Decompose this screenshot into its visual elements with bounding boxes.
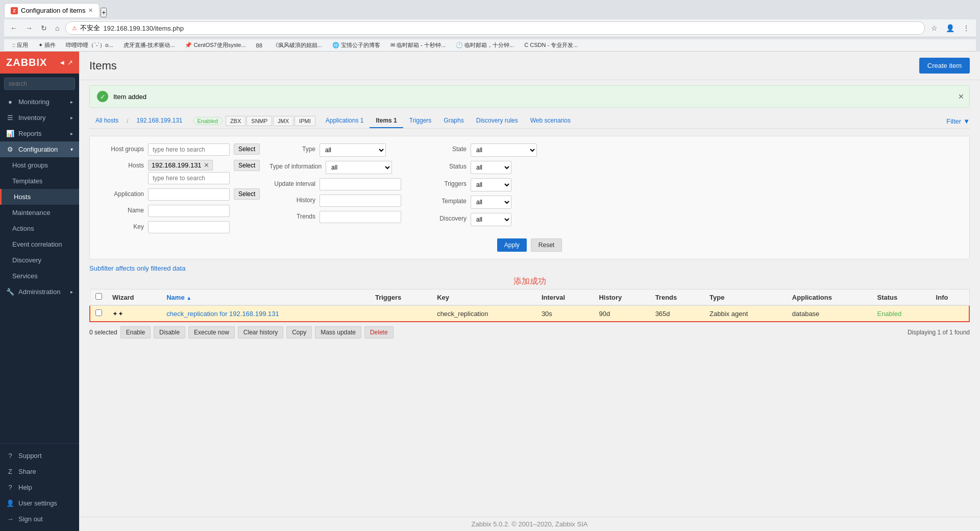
delete-button[interactable]: Delete [364, 326, 394, 339]
tab-ipmi[interactable]: IPMI [295, 116, 315, 126]
tab-web-scenarios[interactable]: Web scenarios [524, 114, 577, 128]
star-button[interactable]: ☆ [929, 23, 940, 33]
bookmark-3[interactable]: 虎牙直播-技术驱动... [119, 40, 179, 50]
mass-update-button[interactable]: Mass update [315, 326, 361, 339]
bookmark-9[interactable]: 🕐 临时邮箱，十分钟... [452, 40, 518, 50]
menu-button[interactable]: ⋮ [961, 23, 972, 33]
host-tag-remove-button[interactable]: ✕ [204, 161, 209, 169]
sidebar-search-input[interactable] [4, 78, 75, 90]
sidebar-item-discovery[interactable]: Discovery [0, 252, 79, 268]
reset-button[interactable]: Reset [531, 238, 562, 252]
application-select-button[interactable]: Select [234, 188, 260, 200]
tab-discovery-rules[interactable]: Discovery rules [470, 114, 524, 128]
sidebar-item-hosts[interactable]: Hosts [0, 189, 79, 205]
tab-applications[interactable]: Applications 1 [320, 114, 370, 128]
sidebar-item-services[interactable]: Services [0, 268, 79, 284]
bookmark-5[interactable]: 88 [252, 41, 266, 50]
tab-host-ip[interactable]: 192.168.199.131 [130, 114, 188, 128]
collapse-icon[interactable]: ◄ [59, 59, 65, 66]
sidebar-item-host-groups[interactable]: Host groups [0, 157, 79, 173]
new-tab-button[interactable]: + [101, 8, 107, 17]
filter-form: Host groups Select Hosts [89, 136, 970, 259]
sidebar-item-reports[interactable]: 📊 Reports ▸ [0, 126, 79, 141]
notification-close-button[interactable]: ✕ [958, 92, 964, 101]
bookmark-2[interactable]: 哔哩哔哩（`-`）o... [62, 40, 117, 50]
sidebar-item-configuration[interactable]: ⚙ Configuration ▾ [0, 141, 79, 157]
create-item-button[interactable]: Create item [919, 58, 970, 74]
tab-snmp[interactable]: SNMP [247, 116, 272, 126]
name-sort-link[interactable]: Name ▲ [166, 294, 191, 301]
address-bar[interactable]: ⚠ 不安全 192.168.199.130/items.php [65, 21, 925, 35]
sidebar-item-share[interactable]: Z Share [0, 464, 79, 479]
bookmark-6[interactable]: 《疯风破浪的姐姐... [268, 40, 326, 50]
tab-items[interactable]: Items 1 [370, 114, 403, 128]
filter-button[interactable]: Filter ▼ [946, 117, 970, 125]
execute-now-button[interactable]: Execute now [188, 326, 235, 339]
sidebar-item-monitoring[interactable]: ● Monitoring ▸ [0, 94, 79, 110]
sidebar-item-sign-out[interactable]: → Sign out [0, 511, 79, 527]
bookmark-8[interactable]: ✉ 临时邮箱 - 十秒钟... [386, 40, 450, 50]
hosts-search-input[interactable] [148, 172, 230, 184]
host-groups-input[interactable] [148, 143, 230, 156]
filter-key: Key [98, 221, 261, 233]
sidebar-item-templates[interactable]: Templates [0, 173, 79, 189]
filter-status: Status all [421, 161, 564, 174]
template-label: Template [421, 196, 467, 205]
row-checkbox[interactable] [95, 309, 102, 316]
logo-text: ZABBIX [6, 57, 47, 68]
status-enabled-text[interactable]: Enabled [877, 310, 901, 318]
tab-close-button[interactable]: ✕ [88, 7, 93, 14]
key-input[interactable] [148, 221, 230, 233]
sidebar-item-administration[interactable]: 🔧 Administration ▸ [0, 284, 79, 300]
active-tab[interactable]: Z Configuration of items ✕ [4, 3, 100, 17]
type-info-select[interactable]: all [326, 161, 392, 174]
tab-all-hosts[interactable]: All hosts [89, 114, 125, 128]
apply-button[interactable]: Apply [497, 238, 527, 252]
discovery-select[interactable]: all [471, 213, 511, 226]
tab-graphs[interactable]: Graphs [437, 114, 470, 128]
sidebar-item-user-settings[interactable]: 👤 User settings [0, 495, 79, 511]
trends-input[interactable] [320, 211, 401, 223]
sidebar-item-actions[interactable]: Actions [0, 221, 79, 236]
tab-triggers[interactable]: Triggers [403, 114, 438, 128]
bookmark-apps[interactable]: :: 应用 [8, 40, 32, 50]
state-select[interactable]: all [471, 143, 537, 157]
sidebar-item-event-correlation[interactable]: Event correlation [0, 236, 79, 252]
item-name-link[interactable]: check_replication for 192.168.199.131 [166, 310, 279, 318]
enable-button[interactable]: Enable [120, 326, 151, 339]
sidebar-item-support[interactable]: ? Support [0, 448, 79, 464]
reload-button[interactable]: ↻ [39, 23, 49, 33]
home-button[interactable]: ⌂ [53, 23, 61, 33]
back-button[interactable]: ← [8, 23, 19, 33]
sidebar-item-maintenance[interactable]: Maintenance [0, 205, 79, 221]
sidebar-item-label: Services [12, 272, 38, 280]
host-groups-select-button[interactable]: Select [234, 143, 260, 155]
history-input[interactable] [320, 195, 401, 207]
template-select[interactable]: all [471, 196, 511, 209]
triggers-select[interactable]: all [471, 178, 511, 191]
hosts-select-button[interactable]: Select [234, 160, 260, 171]
selected-count: 0 selected [89, 329, 117, 336]
copy-button[interactable]: Copy [286, 326, 312, 339]
name-input[interactable] [148, 205, 230, 217]
bookmark-4[interactable]: 📌 CentOS7使用syste... [181, 40, 250, 50]
sidebar-item-inventory[interactable]: ☰ Inventory ▸ [0, 110, 79, 126]
tab-zbx[interactable]: ZBX [226, 116, 246, 126]
type-select[interactable]: all Zabbix agent [320, 143, 386, 157]
select-all-checkbox[interactable] [95, 293, 102, 300]
forward-button[interactable]: → [23, 23, 35, 33]
application-input[interactable] [148, 188, 230, 201]
expand-icon[interactable]: ↗ [67, 59, 73, 66]
bookmark-7[interactable]: 🌐 宝情公子的博客 [328, 40, 384, 50]
tab-jmx[interactable]: JMX [273, 116, 293, 126]
name-header[interactable]: Name ▲ [161, 289, 370, 306]
disable-button[interactable]: Disable [154, 326, 185, 339]
status-select[interactable]: all [471, 161, 511, 174]
sidebar-item-help[interactable]: ? Help [0, 479, 79, 495]
applications-header: Applications [787, 289, 872, 306]
bookmark-10[interactable]: C CSDN - 专业开发... [520, 40, 582, 50]
profile-button[interactable]: 👤 [944, 23, 957, 33]
update-interval-input[interactable] [320, 178, 401, 190]
bookmark-1[interactable]: ✦ 插件 [34, 40, 60, 50]
clear-history-button[interactable]: Clear history [238, 326, 283, 339]
